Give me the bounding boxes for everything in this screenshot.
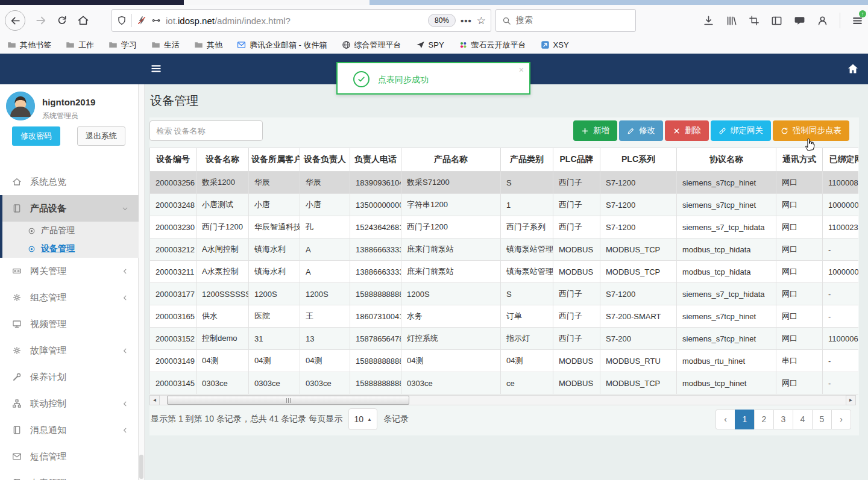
sidebar-item[interactable]: 短信管理 (0, 443, 139, 470)
screenshot-crop-icon[interactable] (749, 15, 760, 26)
sidebar-subitem[interactable]: 设备管理 (2, 240, 139, 258)
reload-button[interactable] (57, 15, 68, 26)
sidebar-item-parent[interactable]: 产品设备 (2, 195, 139, 222)
column-header[interactable]: 负责人电话 (350, 148, 401, 172)
page-number[interactable]: 5 (812, 410, 832, 429)
table-row[interactable]: 200003165供水医院王18607310041水务订单西门子S7-200-S… (150, 305, 859, 328)
table-cell: 灯控系统 (401, 328, 501, 350)
sidebar-item[interactable]: 组态管理 (0, 284, 139, 311)
bookmark-item[interactable]: 萤石云开放平台 (459, 40, 526, 51)
logout-button[interactable]: 退出系统 (77, 126, 125, 146)
table-row[interactable]: 200003256数采1200华辰华辰18390936104数采S71200S西… (150, 172, 859, 194)
column-header[interactable]: 设备所属客户 (249, 148, 300, 172)
chat-bubble-icon[interactable] (794, 15, 805, 26)
bookmark-star-icon[interactable]: ☆ (477, 14, 486, 27)
back-button[interactable] (5, 10, 25, 31)
column-header[interactable]: 设备负责人 (300, 148, 350, 172)
page-number[interactable]: 2 (754, 410, 774, 429)
avatar[interactable] (6, 92, 35, 120)
sidebar-item[interactable]: 网关管理 (0, 258, 139, 284)
scroll-left-arrow[interactable]: ◄ (149, 395, 160, 405)
account-icon[interactable] (817, 15, 828, 26)
permissions-icon[interactable] (151, 16, 161, 25)
sidebar-collapse-icon[interactable] (150, 63, 162, 75)
downloads-icon[interactable] (703, 15, 714, 26)
table-row[interactable]: 200003152控制demo311315878656478灯控系统指示灯西门子… (150, 328, 859, 350)
scrollbar-track[interactable] (160, 395, 846, 405)
sidebar-item[interactable]: 故障管理 (0, 337, 139, 364)
bookmark-item[interactable]: XSY (541, 40, 569, 49)
sidebar-scrollbar[interactable] (139, 84, 145, 480)
mouse-cursor (803, 137, 816, 152)
column-header[interactable]: 产品名称 (401, 148, 501, 172)
blocked-plugin-icon[interactable] (137, 16, 146, 25)
plus-icon (581, 127, 589, 135)
column-header[interactable]: PLC系列 (600, 148, 677, 172)
plus-action-button[interactable]: 新增 (573, 120, 617, 141)
sidebar-item[interactable]: 点表管理 (0, 470, 139, 480)
camera-icon (12, 266, 22, 276)
table-row[interactable]: 2000031450303ce0303ce0303ce1588888888803… (150, 372, 859, 394)
scrollbar-thumb[interactable] (139, 455, 143, 479)
cross-action-button[interactable]: 删除 (665, 120, 709, 141)
column-header[interactable]: 协议名称 (677, 148, 776, 172)
table-row[interactable]: 2000031771200SSSSSS1200S1200S15888888888… (150, 283, 859, 305)
sidebar-item[interactable]: 消息通知 (0, 417, 139, 443)
horizontal-scrollbar[interactable]: ◄ ► (149, 395, 856, 405)
toast-close-icon[interactable]: × (519, 65, 524, 75)
page-number[interactable]: 4 (793, 410, 813, 429)
browser-search-box[interactable]: 搜索 (495, 9, 636, 32)
page-number[interactable]: 3 (773, 410, 793, 429)
table-cell: 0303ce (300, 372, 350, 394)
zoom-level-badge[interactable]: 80% (428, 14, 456, 27)
shield-icon[interactable] (117, 16, 127, 25)
home-button[interactable] (77, 14, 89, 26)
column-header[interactable]: PLC品牌 (553, 148, 600, 172)
bookmark-item[interactable]: SPY (416, 40, 444, 49)
change-password-button[interactable]: 修改密码 (12, 126, 60, 146)
sidebar-toggle-icon[interactable] (771, 15, 782, 26)
sidebar-item[interactable]: 视频管理 (0, 311, 139, 337)
table-row[interactable]: 200003230西门子1200华辰智通科技孔15243642681西门子120… (150, 216, 859, 238)
table-cell: 订单 (501, 305, 553, 328)
column-header[interactable]: 设备名称 (197, 148, 249, 172)
scrollbar-thumb[interactable] (167, 396, 409, 405)
page-next[interactable]: › (831, 410, 851, 429)
sidebar-item[interactable]: 保养计划 (0, 364, 139, 390)
table-row[interactable]: 200003212A水闸控制镇海水利A13886663333庶来门前泵站镇海泵站… (150, 238, 859, 261)
library-icon[interactable] (726, 15, 737, 26)
folder-icon (194, 40, 203, 49)
bookmark-item[interactable]: 学习 (108, 40, 137, 51)
bookmark-item[interactable]: 腾讯企业邮箱 - 收件箱 (237, 40, 327, 51)
scroll-right-arrow[interactable]: ► (846, 395, 856, 405)
column-header[interactable]: 已绑定网关 (823, 148, 859, 172)
device-table-wrap: 设备编号设备名称设备所属客户设备负责人负责人电话产品名称产品类别PLC品牌PLC… (149, 148, 858, 394)
link-action-button[interactable]: 绑定网关 (711, 120, 771, 141)
active-tab-segment[interactable] (184, 0, 370, 5)
device-table: 设备编号设备名称设备所属客户设备负责人负责人电话产品名称产品类别PLC品牌PLC… (149, 148, 858, 394)
menu-hamburger-icon[interactable]: ↑ (852, 14, 863, 26)
bookmark-item[interactable]: 综合管理平台 (342, 40, 401, 51)
page-actions-icon[interactable]: ••• (461, 16, 472, 26)
page-number[interactable]: 1 (735, 410, 755, 429)
table-row[interactable]: 200003211A水泵控制镇海水利A13886663333庶来门前泵站镇海泵站… (150, 261, 859, 283)
url-bar[interactable]: iot.idosp.net/admin/index.html? 80% ••• … (112, 9, 491, 32)
sidebar-item[interactable]: 系统总览 (0, 169, 139, 195)
sidebar-subitem[interactable]: 产品管理 (2, 222, 139, 240)
forward-button[interactable] (35, 14, 47, 26)
page-size-select[interactable]: 10▲ (348, 408, 377, 430)
app-home-icon[interactable] (847, 63, 859, 75)
device-search-input[interactable] (149, 120, 263, 141)
table-row[interactable]: 20000314904测04测04测1588888888804测04测MODBU… (150, 350, 859, 372)
pencil-action-button[interactable]: 修改 (619, 120, 663, 141)
column-header[interactable]: 设备编号 (150, 148, 197, 172)
bookmark-item[interactable]: 生活 (151, 40, 180, 51)
bookmark-item[interactable]: 其他 (194, 40, 222, 51)
sidebar-item[interactable]: 联动控制 (0, 390, 139, 417)
table-row[interactable]: 200003248小唐测试小唐小唐13500000000字符串12001西门子S… (150, 194, 859, 216)
bookmark-item[interactable]: 其他书签 (7, 40, 51, 51)
column-header[interactable]: 产品类别 (501, 148, 553, 172)
bookmark-item[interactable]: 工作 (66, 40, 94, 51)
page-prev[interactable]: ‹ (715, 410, 735, 429)
table-cell: 西门子1200 (197, 216, 249, 238)
